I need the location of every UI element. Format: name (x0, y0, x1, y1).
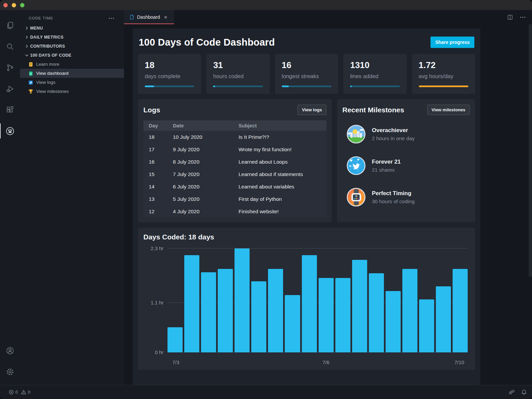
stat-progress-fill (145, 86, 154, 87)
close-tab-icon[interactable]: × (164, 14, 168, 20)
log-row: 18 10 July 2020 Is It Prime?!? (143, 131, 326, 143)
milestone-text: Perfect Timing 30 hours of coding (372, 190, 415, 205)
chart-bar (285, 295, 300, 352)
problems-indicator[interactable]: 0 0 (9, 390, 30, 395)
window-controls (3, 3, 24, 7)
log-date: 8 July 2020 (173, 159, 239, 165)
logs-panel: Logs View logs Day Date Subject 18 (138, 99, 332, 222)
y-axis-label: 2.3 hr (143, 245, 163, 251)
minimize-window-button[interactable] (12, 3, 16, 7)
tab-dashboard[interactable]: Dashboard × (124, 10, 174, 24)
milestone-desc: 21 shares (372, 167, 401, 173)
chevron-right-icon (24, 44, 29, 48)
sidebar-item-view-milestones[interactable]: View milestones (20, 87, 124, 96)
chevron-down-icon (24, 53, 29, 57)
log-date: 7 July 2020 (173, 171, 239, 177)
chart-bars (168, 248, 468, 352)
code-time-paw-icon[interactable] (0, 120, 20, 141)
sidebar-section-contributors[interactable]: CONTRIBUTORS (20, 42, 124, 51)
svg-text:30: 30 (355, 195, 357, 197)
milestone-text: Forever 21 21 shares (372, 159, 401, 173)
x-axis-label: 7/3 (172, 359, 179, 365)
log-row: 12 4 July 2020 Finished website! (143, 205, 326, 218)
sidebar-section-100-days-of-code[interactable]: 100 DAYS OF CODE (20, 51, 124, 60)
log-day: 16 (149, 159, 173, 165)
log-day: 14 (149, 184, 173, 190)
stats-row: 18 days complete 31 hours coded 16 longe… (138, 54, 475, 94)
stat-card: 16 longest streaks (275, 54, 338, 94)
logs-table-body: 18 10 July 2020 Is It Prime?!? 17 9 July… (143, 131, 326, 218)
stat-label: hours coded (213, 73, 263, 79)
log-date: 10 July 2020 (173, 134, 239, 140)
stat-label: longest streaks (282, 73, 331, 79)
x-axis-label: 7/6 (322, 359, 329, 365)
vertical-scrollbar[interactable] (529, 24, 532, 277)
log-subject: Finished website! (239, 209, 326, 215)
chart-bar (436, 286, 451, 352)
sidebar-item-view-logs[interactable]: View logs (20, 78, 124, 87)
log-date: 4 July 2020 (173, 209, 239, 215)
feedback-icon[interactable] (509, 390, 515, 395)
log-day: 18 (149, 134, 173, 140)
more-actions-icon[interactable] (520, 15, 526, 19)
account-icon[interactable] (0, 340, 20, 361)
stat-label: avg hours/day (419, 73, 468, 79)
log-subject: Learned about Loops (239, 159, 326, 165)
stat-card: 1310 lines added (343, 54, 406, 94)
stat-value: 18 (145, 60, 194, 70)
run-debug-icon[interactable] (0, 78, 20, 99)
vscode-window: CODE TIME MENU DAILY METRICS CONTRIBUTOR… (0, 0, 532, 399)
zoom-window-button[interactable] (20, 3, 24, 7)
split-editor-icon[interactable] (507, 14, 513, 20)
sidebar-item-view-dashboard[interactable]: View dashboard (20, 69, 124, 78)
status-bar-right (509, 389, 527, 395)
milestone-desc: 30 hours of coding (372, 198, 415, 205)
chart-bar (168, 327, 183, 352)
settings-gear-icon[interactable] (0, 361, 20, 382)
explorer-icon[interactable] (0, 15, 20, 36)
chart-plot: 2.3 hr1.1 hr0 hr7/37/67/10 (143, 243, 470, 368)
section-label: 100 DAYS OF CODE (30, 53, 71, 58)
chart-bar (201, 272, 216, 352)
source-control-icon[interactable] (0, 57, 20, 78)
milestone-name: Perfect Timing (372, 190, 415, 197)
sidebar-section-menu[interactable]: MENU (20, 23, 124, 33)
extensions-icon[interactable] (0, 99, 20, 120)
log-subject: First day of Python (239, 196, 326, 202)
section-label: MENU (30, 26, 43, 31)
chart-bar (251, 281, 266, 352)
tab-bar: Dashboard × (124, 10, 532, 24)
milestones-title: Recent Milestones (342, 106, 404, 114)
log-date: 6 July 2020 (173, 184, 239, 190)
activity-bar-bottom (0, 340, 20, 382)
search-icon[interactable] (0, 36, 20, 57)
close-window-button[interactable] (3, 3, 8, 7)
view-logs-button[interactable]: View logs (297, 105, 326, 115)
sidebar-item-learn-more[interactable]: Learn more (20, 60, 124, 69)
chart-bar (335, 278, 350, 352)
log-row: 14 6 July 2020 Learned about variables (143, 180, 326, 193)
item-label: View logs (36, 80, 56, 85)
sidebar-section-daily-metrics[interactable]: DAILY METRICS (20, 33, 124, 42)
milestone-desc: 2 hours in one day (372, 135, 415, 141)
chart-bar (386, 291, 401, 352)
view-milestones-button[interactable]: View milestones (427, 105, 470, 115)
sidebar-title: CODE TIME (29, 16, 53, 20)
share-progress-button[interactable]: Share progress (430, 37, 474, 48)
logs-panel-header: Logs View logs (143, 105, 326, 115)
stat-progress-fill (350, 86, 351, 87)
titlebar (0, 0, 532, 10)
bell-icon[interactable] (521, 389, 527, 395)
log-day: 12 (149, 209, 173, 215)
log-subject: Wrote my first function! (239, 147, 326, 153)
log-date: 9 July 2020 (173, 147, 239, 153)
warning-count: 0 (28, 390, 30, 395)
log-row: 13 5 July 2020 First day of Python (143, 193, 326, 205)
sidebar-more-actions-icon[interactable] (108, 16, 115, 20)
log-subject: Learned about variables (239, 184, 326, 190)
milestone-item: 30 Perfect Timing 30 hours of coding (346, 187, 470, 207)
status-bar: 0 0 (0, 385, 532, 399)
stat-progress-track (145, 86, 194, 87)
gridline (168, 248, 468, 248)
milestone-item: Forever 21 21 shares (346, 156, 470, 175)
